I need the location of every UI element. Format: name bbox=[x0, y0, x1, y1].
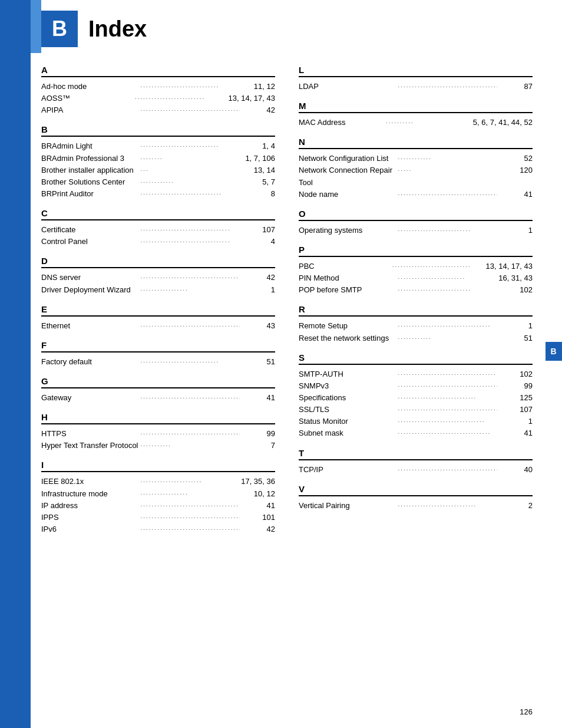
entry-name: IP address bbox=[41, 500, 140, 512]
entry-name: Subnet mask bbox=[299, 427, 397, 439]
entry-page: 40 bbox=[497, 464, 533, 476]
entry-page: 8 bbox=[240, 188, 275, 200]
section-letter-c: C bbox=[41, 208, 275, 220]
entry-dots: ........................................… bbox=[140, 428, 240, 440]
entry-page: 107 bbox=[497, 404, 533, 416]
entry-page: 13, 14 bbox=[240, 164, 275, 176]
entry-name: Brother Solutions Center bbox=[41, 176, 140, 188]
page-number: 126 bbox=[520, 707, 533, 716]
entry-page: 87 bbox=[497, 81, 533, 93]
entry-dots: ........................................ bbox=[397, 464, 498, 476]
entry-page: 1, 4 bbox=[240, 140, 275, 152]
index-entry: Control Panel ..........................… bbox=[41, 236, 275, 248]
index-section-c: CCertificate ...........................… bbox=[41, 208, 275, 248]
index-entry: PBC ............................ 13, 14,… bbox=[299, 261, 533, 272]
entry-dots: ............................ bbox=[140, 356, 240, 368]
index-entry: Specifications .........................… bbox=[299, 392, 533, 404]
entry-dots: .................................... bbox=[397, 189, 498, 200]
entry-dots: ........... bbox=[140, 440, 240, 452]
index-section-v: VVertical Pairing ......................… bbox=[299, 484, 533, 512]
entry-dots: ............................ bbox=[140, 81, 240, 93]
entry-dots: ............................. bbox=[140, 188, 240, 200]
index-section-t: TTCP/IP ................................… bbox=[299, 448, 533, 476]
section-letter-g: G bbox=[41, 376, 275, 388]
index-entry: DNS server .............................… bbox=[41, 272, 275, 284]
section-letter-h: H bbox=[41, 412, 275, 424]
entry-name: PIN Method bbox=[299, 272, 397, 284]
index-entry: BRPrint Auditor ........................… bbox=[41, 188, 275, 200]
index-section-d: DDNS server ............................… bbox=[41, 256, 275, 295]
entry-page: 1 bbox=[497, 225, 533, 236]
entry-name: Control Panel bbox=[41, 236, 140, 248]
entry-name: Vertical Pairing bbox=[299, 500, 397, 512]
index-entry: Network Configuration List ............ … bbox=[299, 153, 533, 164]
section-letter-b: B bbox=[41, 124, 275, 137]
entry-page: 52 bbox=[497, 153, 533, 164]
entry-name: Driver Deployment Wizard bbox=[41, 284, 140, 296]
section-letter-d: D bbox=[41, 256, 275, 268]
entry-name: HTTPS bbox=[41, 428, 140, 440]
entry-page: 107 bbox=[240, 224, 275, 236]
entry-dots: ........................................ bbox=[397, 380, 498, 392]
entry-dots: ........................................… bbox=[140, 523, 240, 535]
index-entry: Gateway ................................… bbox=[41, 392, 275, 404]
entry-dots: ............................ bbox=[391, 261, 486, 272]
section-letter-r: R bbox=[299, 304, 533, 317]
entry-name: Hyper Text Transfer Protocol bbox=[41, 440, 140, 452]
index-entry: POP before SMTP ........................… bbox=[299, 284, 533, 296]
index-entry: AOSS™ ......................... 13, 14, … bbox=[41, 93, 275, 104]
entry-page: 41 bbox=[240, 500, 275, 512]
entry-dots: .......... bbox=[385, 117, 473, 129]
section-letter-m: M bbox=[299, 101, 533, 113]
index-section-o: OOperating systems .....................… bbox=[299, 209, 533, 236]
index-entry: Subnet mask ............................… bbox=[299, 427, 533, 439]
index-section-i: IIEEE 802.1x ...................... 17, … bbox=[41, 460, 275, 535]
index-entry: Status Monitor .........................… bbox=[299, 416, 533, 427]
entry-page: 43 bbox=[240, 320, 275, 332]
entry-dots: ... bbox=[140, 164, 240, 176]
entry-page: 4 bbox=[240, 236, 275, 248]
entry-dots: ...................................... bbox=[140, 320, 240, 332]
index-entry: HTTPS ..................................… bbox=[41, 428, 275, 440]
entry-dots: ................................ bbox=[140, 224, 240, 236]
index-entry: APIPA ..................................… bbox=[41, 104, 275, 116]
index-entry: Ethernet ...............................… bbox=[41, 320, 275, 332]
entry-name: Remote Setup bbox=[299, 320, 397, 332]
entry-page: 2 bbox=[497, 500, 533, 512]
section-letter-s: S bbox=[299, 353, 533, 365]
entry-dots: ........ bbox=[140, 153, 240, 164]
entry-page: 5, 6, 7, 41, 44, 52 bbox=[473, 117, 533, 129]
section-letter-i: I bbox=[41, 460, 275, 472]
entry-name: PBC bbox=[299, 261, 391, 272]
entry-page: 17, 35, 36 bbox=[240, 476, 275, 487]
index-entry: Operating systems ......................… bbox=[299, 225, 533, 236]
left-column: AAd-hoc mode ...........................… bbox=[41, 65, 275, 543]
entry-dots: ........................ bbox=[397, 272, 498, 284]
entry-name: LDAP bbox=[299, 81, 397, 93]
entry-name: Network Connection Repair Tool bbox=[299, 164, 397, 188]
index-section-p: PPBC ............................ 13, 14… bbox=[299, 245, 533, 296]
index-entry: MAC Address .......... 5, 6, 7, 41, 44, … bbox=[299, 117, 533, 129]
index-section-a: AAd-hoc mode ...........................… bbox=[41, 65, 275, 116]
entry-name: TCP/IP bbox=[299, 464, 397, 476]
index-section-l: LLDAP ..................................… bbox=[299, 65, 533, 93]
entry-dots: ............................... bbox=[397, 416, 498, 427]
index-entry: IPPS ...................................… bbox=[41, 512, 275, 523]
index-entry: Hyper Text Transfer Protocol ...........… bbox=[41, 440, 275, 452]
entry-name: POP before SMTP bbox=[299, 284, 397, 296]
entry-dots: ........................................… bbox=[140, 104, 240, 116]
entry-dots: ....................................... bbox=[140, 392, 240, 404]
entry-dots: .......................... bbox=[397, 284, 498, 296]
entry-dots: ..... bbox=[397, 164, 498, 188]
entry-page: 125 bbox=[497, 392, 533, 404]
index-entry: Vertical Pairing .......................… bbox=[299, 500, 533, 512]
entry-page: 41 bbox=[497, 427, 533, 439]
entry-dots: ................................... bbox=[397, 368, 498, 380]
entry-name: Network Configuration List bbox=[299, 153, 397, 164]
index-entry: Factory default ........................… bbox=[41, 356, 275, 368]
entry-name: SMTP-AUTH bbox=[299, 368, 397, 380]
index-section-n: NNetwork Configuration List ............… bbox=[299, 137, 533, 200]
entry-page: 10, 12 bbox=[240, 488, 275, 500]
section-letter-n: N bbox=[299, 137, 533, 149]
section-letter-l: L bbox=[299, 65, 533, 77]
